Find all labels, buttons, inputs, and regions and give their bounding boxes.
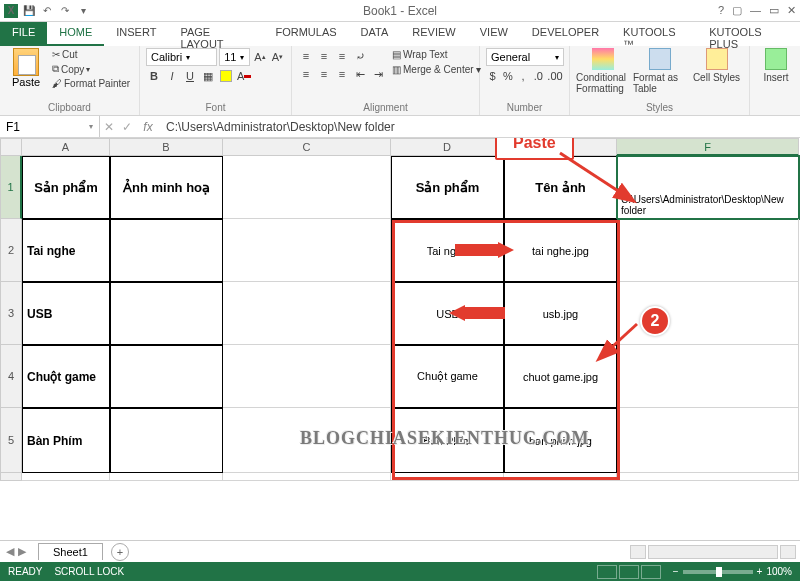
cell-a5[interactable]: Bàn Phím xyxy=(22,408,110,473)
cell-c5[interactable] xyxy=(223,408,391,473)
cell-e1[interactable]: Tên ảnh xyxy=(504,156,617,219)
font-size-combo[interactable]: 11▾ xyxy=(219,48,250,66)
cell-e2[interactable]: tai nghe.jpg xyxy=(504,219,617,282)
cell-d4[interactable]: Chuột game xyxy=(391,345,504,408)
fx-button[interactable]: fx xyxy=(136,120,160,134)
view-layout-button[interactable] xyxy=(619,565,639,579)
tab-view[interactable]: VIEW xyxy=(468,22,520,46)
cell-f1[interactable]: C:\Users\Administrator\Desktop\New folde… xyxy=(617,156,799,219)
tab-kutools[interactable]: KUTOOLS ™ xyxy=(611,22,697,46)
cell-b2[interactable] xyxy=(110,219,223,282)
col-header-a[interactable]: A xyxy=(22,138,110,156)
view-pagebreak-button[interactable] xyxy=(641,565,661,579)
grow-font-button[interactable]: A▴ xyxy=(252,49,267,65)
cell-b5[interactable] xyxy=(110,408,223,473)
tab-data[interactable]: DATA xyxy=(349,22,401,46)
underline-button[interactable]: U xyxy=(182,68,198,84)
shrink-font-button[interactable]: A▾ xyxy=(270,49,285,65)
name-box[interactable]: F1▾ xyxy=(0,116,100,137)
cell-c4[interactable] xyxy=(223,345,391,408)
cell-c2[interactable] xyxy=(223,219,391,282)
cell-d5[interactable]: Bàn Phím xyxy=(391,408,504,473)
cell-d2[interactable]: Tai nghe xyxy=(391,219,504,282)
select-all-corner[interactable] xyxy=(0,138,22,156)
cell-a4[interactable]: Chuột game xyxy=(22,345,110,408)
cell-b1[interactable]: Ảnh minh hoạ xyxy=(110,156,223,219)
col-header-c[interactable]: C xyxy=(223,138,391,156)
tab-formulas[interactable]: FORMULAS xyxy=(263,22,348,46)
row-header-6[interactable] xyxy=(0,473,22,481)
align-top-button[interactable]: ≡ xyxy=(298,48,314,64)
italic-button[interactable]: I xyxy=(164,68,180,84)
hscroll-right-button[interactable] xyxy=(780,545,796,559)
cell-a6[interactable] xyxy=(22,473,110,481)
sheet-nav-next-icon[interactable]: ▶ xyxy=(18,545,26,558)
qat-undo-icon[interactable]: ↶ xyxy=(40,4,54,18)
close-icon[interactable]: ✕ xyxy=(787,4,796,17)
sheet-nav-prev-icon[interactable]: ◀ xyxy=(6,545,14,558)
cell-f2[interactable] xyxy=(617,219,799,282)
new-sheet-button[interactable]: + xyxy=(111,543,129,561)
qat-more-icon[interactable]: ▾ xyxy=(76,4,90,18)
row-header-2[interactable]: 2 xyxy=(0,219,22,282)
view-normal-button[interactable] xyxy=(597,565,617,579)
row-header-4[interactable]: 4 xyxy=(0,345,22,408)
indent-dec-button[interactable]: ⇤ xyxy=(352,66,368,82)
cell-e3[interactable]: usb.jpg xyxy=(504,282,617,345)
maximize-icon[interactable]: ▭ xyxy=(769,4,779,17)
col-header-e[interactable]: E xyxy=(504,138,617,156)
row-header-3[interactable]: 3 xyxy=(0,282,22,345)
col-header-d[interactable]: D xyxy=(391,138,504,156)
cell-b3[interactable] xyxy=(110,282,223,345)
zoom-in-button[interactable]: + xyxy=(757,566,763,577)
ribbon-opts-icon[interactable]: ▢ xyxy=(732,4,742,17)
borders-button[interactable]: ▦ xyxy=(200,68,216,84)
cell-d3[interactable]: USB xyxy=(391,282,504,345)
accounting-button[interactable]: $ xyxy=(486,68,499,84)
align-bottom-button[interactable]: ≡ xyxy=(334,48,350,64)
align-center-button[interactable]: ≡ xyxy=(316,66,332,82)
row-header-5[interactable]: 5 xyxy=(0,408,22,473)
cell-a3[interactable]: USB xyxy=(22,282,110,345)
tab-kutoolsplus[interactable]: KUTOOLS PLUS xyxy=(697,22,800,46)
copy-button[interactable]: Copy ▾ xyxy=(50,62,132,76)
align-middle-button[interactable]: ≡ xyxy=(316,48,332,64)
conditional-formatting-button[interactable]: Conditional Formatting xyxy=(576,48,629,94)
format-painter-button[interactable]: Format Painter xyxy=(50,77,132,90)
fill-color-button[interactable] xyxy=(218,68,234,84)
bold-button[interactable]: B xyxy=(146,68,162,84)
align-right-button[interactable]: ≡ xyxy=(334,66,350,82)
tab-pagelayout[interactable]: PAGE LAYOUT xyxy=(168,22,263,46)
cell-d6[interactable] xyxy=(391,473,504,481)
tab-review[interactable]: REVIEW xyxy=(400,22,467,46)
qat-redo-icon[interactable]: ↷ xyxy=(58,4,72,18)
inc-decimal-button[interactable]: .0 xyxy=(532,68,545,84)
cell-f3[interactable] xyxy=(617,282,799,345)
number-format-combo[interactable]: General▾ xyxy=(486,48,564,66)
row-header-1[interactable]: 1 xyxy=(0,156,22,219)
enter-formula-icon[interactable]: ✓ xyxy=(118,120,136,134)
zoom-level[interactable]: 100% xyxy=(766,566,792,577)
cell-styles-button[interactable]: Cell Styles xyxy=(690,48,743,83)
merge-center-button[interactable]: ▥ Merge & Center ▾ xyxy=(390,63,483,76)
align-left-button[interactable]: ≡ xyxy=(298,66,314,82)
dec-decimal-button[interactable]: .00 xyxy=(547,68,563,84)
orientation-button[interactable]: ⤾ xyxy=(352,48,368,64)
tab-developer[interactable]: DEVELOPER xyxy=(520,22,611,46)
cell-a1[interactable]: Sản phẩm xyxy=(22,156,110,219)
zoom-slider[interactable] xyxy=(683,570,753,574)
col-header-f[interactable]: F xyxy=(617,138,799,156)
cell-f5[interactable] xyxy=(617,408,799,473)
formula-input[interactable]: C:\Users\Administrator\Desktop\New folde… xyxy=(160,120,800,134)
cut-button[interactable]: Cut xyxy=(50,48,132,61)
cell-c3[interactable] xyxy=(223,282,391,345)
indent-inc-button[interactable]: ⇥ xyxy=(370,66,386,82)
cell-b4[interactable] xyxy=(110,345,223,408)
cell-e4[interactable]: chuot game.jpg xyxy=(504,345,617,408)
cell-d1[interactable]: Sản phẩm xyxy=(391,156,504,219)
format-as-table-button[interactable]: Format as Table xyxy=(633,48,686,94)
font-color-button[interactable]: A xyxy=(236,68,252,84)
cell-e6[interactable] xyxy=(504,473,617,481)
cell-b6[interactable] xyxy=(110,473,223,481)
comma-button[interactable]: , xyxy=(517,68,530,84)
